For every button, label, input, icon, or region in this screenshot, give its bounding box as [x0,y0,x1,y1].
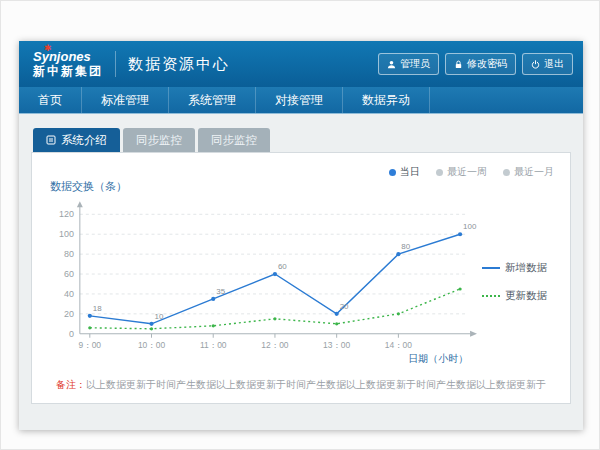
nav-item-connection-mgmt[interactable]: 对接管理 [256,87,343,113]
nav-item-system-mgmt[interactable]: 系统管理 [169,87,256,113]
series-label: 新增数据 [505,261,547,275]
nav-item-standard-mgmt[interactable]: 标准管理 [82,87,169,113]
lock-icon [454,60,463,69]
filter-last-week[interactable]: 最近一周 [436,165,487,179]
svg-text:20: 20 [64,309,74,319]
svg-text:10：00: 10：00 [138,340,166,350]
app-header: Synjones✱ 新中新集团 数据资源中心 管理员 修改密码 退出 [19,41,583,87]
page-title: 数据资源中心 [128,55,230,74]
nav-item-data-change[interactable]: 数据异动 [343,87,430,113]
tab-bar: 系统介绍 同步监控 同步监控 [31,128,571,152]
tab-label: 系统介绍 [61,128,107,152]
tab-label: 同步监控 [136,128,182,152]
svg-text:100: 100 [59,229,74,239]
series-legend: 新增数据 更新数据 [480,261,556,303]
remark-text: 以上数据更新于时间产生数据以上数据更新于时间产生数据以上数据更新于时间产生数据以… [86,379,546,390]
svg-text:20: 20 [340,302,349,311]
change-password-button[interactable]: 修改密码 [445,53,516,75]
radio-dot-icon [436,169,443,176]
svg-text:13：00: 13：00 [323,340,351,350]
radio-dot-icon [389,169,396,176]
radio-dot-icon [503,169,510,176]
svg-text:80: 80 [64,249,74,259]
nav-item-home[interactable]: 首页 [19,87,82,113]
svg-text:日期（小时）: 日期（小时） [408,353,468,364]
logout-label: 退出 [544,57,564,71]
svg-text:35: 35 [216,287,225,296]
filter-last-month[interactable]: 最近一月 [503,165,554,179]
filter-label: 最近一周 [447,165,487,179]
remark: 备注：以上数据更新于时间产生数据以上数据更新于时间产生数据以上数据更新于时间产生… [46,378,556,392]
user-button[interactable]: 管理员 [378,53,439,75]
page: Synjones✱ 新中新集团 数据资源中心 管理员 修改密码 退出 [0,0,600,450]
chart-card: 当日 最近一周 最近一月 数据交换（条） 0204060801001209：00… [31,152,571,404]
time-filter-legend: 当日 最近一周 最近一月 [389,165,554,179]
tab-label: 同步监控 [211,128,257,152]
series-label: 更新数据 [505,289,547,303]
tab-sync-monitor-2[interactable]: 同步监控 [198,128,270,152]
line-chart: 0204060801001209：0010：0011：0012：0013：001… [46,198,480,366]
brand-logo-text: Synjones✱ [33,50,103,64]
user-button-label: 管理员 [400,57,430,71]
main-nav: 首页 标准管理 系统管理 对接管理 数据异动 [19,87,583,114]
svg-text:60: 60 [64,269,74,279]
filter-label: 最近一月 [514,165,554,179]
header-divider [115,51,116,77]
dotted-line-icon [482,295,500,297]
content-area: 系统介绍 同步监控 同步监控 当日 最近一周 [19,114,583,429]
legend-update-data: 更新数据 [482,289,556,303]
logout-button[interactable]: 退出 [522,53,573,75]
tab-sync-monitor-1[interactable]: 同步监控 [123,128,195,152]
remark-label: 备注： [56,379,86,390]
svg-text:0: 0 [69,329,74,339]
y-axis-title: 数据交换（条） [50,179,556,194]
svg-text:40: 40 [64,289,74,299]
svg-text:9：00: 9：00 [79,340,102,350]
svg-text:80: 80 [401,242,410,251]
svg-text:14：00: 14：00 [385,340,413,350]
solid-line-icon [482,267,500,269]
brand-logo-cn: 新中新集团 [33,65,103,78]
legend-new-data: 新增数据 [482,261,556,275]
filter-today[interactable]: 当日 [389,165,420,179]
svg-text:60: 60 [278,262,287,271]
logo-wordmark: Synjones [33,49,91,64]
chart-row: 0204060801001209：0010：0011：0012：0013：001… [46,198,556,366]
brand-logo: Synjones✱ 新中新集团 [29,50,103,77]
power-icon [531,60,540,69]
header-actions: 管理员 修改密码 退出 [378,53,573,75]
tab-system-intro[interactable]: 系统介绍 [33,128,120,152]
svg-text:11：00: 11：00 [200,340,227,350]
svg-text:12：00: 12：00 [261,340,289,350]
app-window: Synjones✱ 新中新集团 数据资源中心 管理员 修改密码 退出 [19,41,583,430]
svg-text:100: 100 [463,222,477,231]
change-password-label: 修改密码 [467,57,507,71]
user-icon [387,60,396,69]
svg-text:10: 10 [155,312,164,321]
logo-star-icon: ✱ [44,44,52,54]
filter-label: 当日 [400,165,420,179]
svg-text:120: 120 [59,209,74,219]
document-icon [46,135,56,145]
svg-text:18: 18 [93,304,102,313]
